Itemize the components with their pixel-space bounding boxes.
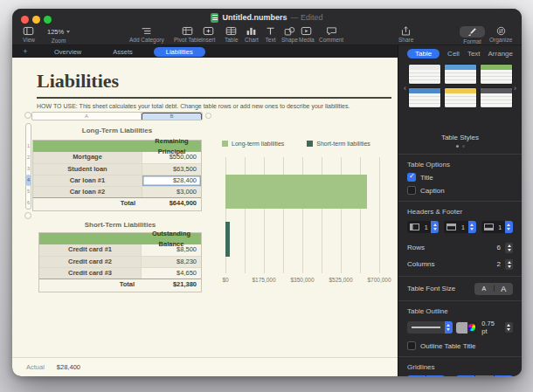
table-style-thumbnail[interactable] bbox=[445, 65, 476, 84]
row-number[interactable]: 6 bbox=[26, 197, 31, 209]
sheet-tab-liabilities[interactable]: Liabilities bbox=[154, 47, 205, 57]
row-number[interactable]: 1 bbox=[26, 141, 31, 152]
short-term-bar[interactable] bbox=[225, 222, 230, 257]
title-checkbox[interactable] bbox=[407, 173, 416, 182]
pivot-table-icon bbox=[182, 26, 193, 36]
tab-cell[interactable]: Cell bbox=[447, 50, 460, 58]
table-style-thumbnail[interactable] bbox=[481, 65, 512, 84]
table-style-thumbnail[interactable] bbox=[409, 88, 440, 107]
table-header-row[interactable]: Outstanding Balance bbox=[39, 233, 201, 244]
row-number-selected[interactable]: 4 bbox=[26, 175, 31, 186]
view-button[interactable]: View bbox=[23, 26, 35, 43]
row-header-bar[interactable]: 1 2 3 4 5 6 bbox=[25, 123, 31, 210]
tab-text[interactable]: Text bbox=[467, 50, 481, 58]
comment-button[interactable]: Comment bbox=[319, 26, 343, 43]
organize-button[interactable]: Organize bbox=[489, 26, 512, 43]
column-header-a[interactable]: A bbox=[32, 113, 142, 120]
header-row-icon bbox=[446, 224, 456, 230]
outline-table-title-checkbox[interactable] bbox=[407, 341, 416, 350]
table-style-thumbnail[interactable] bbox=[481, 88, 512, 107]
font-size-segmented-control[interactable]: A A bbox=[474, 283, 513, 295]
add-sheet-button[interactable]: + bbox=[12, 47, 38, 56]
header-column-gridlines-button[interactable] bbox=[475, 375, 494, 376]
sheet-tab-bar: + Overview Assets Liabilities bbox=[12, 45, 398, 58]
header-rows-stepper[interactable]: 1 bbox=[444, 221, 475, 233]
format-button[interactable]: Format bbox=[460, 26, 485, 45]
media-button[interactable]: Media bbox=[299, 26, 315, 43]
table-row[interactable]: Credit card #1 $8,500 bbox=[39, 244, 201, 256]
add-row-handle[interactable] bbox=[24, 212, 31, 219]
caption-checkbox-row[interactable]: Caption bbox=[407, 186, 513, 195]
outline-line-style-popup[interactable] bbox=[407, 321, 453, 334]
text-button[interactable]: Text bbox=[265, 26, 276, 43]
table-font-size-row: Table Font Size A A bbox=[407, 283, 513, 294]
table-row[interactable]: Credit card #2 $8,230 bbox=[39, 256, 201, 267]
table-handle[interactable] bbox=[24, 112, 31, 119]
tab-arrange[interactable]: Arrange bbox=[488, 50, 513, 58]
legend-swatch-short-term bbox=[307, 141, 313, 147]
table-row[interactable]: Mortgage $550,000 bbox=[33, 152, 201, 163]
insert-button[interactable]: Insert bbox=[201, 26, 215, 43]
sheet-tab-assets[interactable]: Assets bbox=[102, 48, 143, 56]
table-row[interactable]: Credit card #3 $4,650 bbox=[39, 267, 201, 279]
column-header-bar[interactable]: A B bbox=[31, 112, 203, 120]
line-style-stepper[interactable] bbox=[445, 321, 453, 334]
styles-next-arrow[interactable]: › bbox=[514, 84, 516, 93]
sheet-canvas[interactable]: Liabilities HOW TO USE: This sheet calcu… bbox=[12, 58, 398, 357]
add-column-handle[interactable] bbox=[205, 113, 211, 119]
legend-swatch-long-term bbox=[222, 141, 228, 147]
row-number[interactable]: 5 bbox=[26, 186, 31, 197]
rows-stepper[interactable] bbox=[505, 243, 513, 253]
table-button[interactable]: Table bbox=[225, 26, 239, 43]
table-total-row[interactable]: Total $644,900 bbox=[33, 197, 201, 210]
row-number[interactable]: 2 bbox=[26, 152, 31, 163]
insert-icon bbox=[203, 26, 214, 36]
title-checkbox-row[interactable]: Title bbox=[407, 173, 513, 182]
selected-cell[interactable]: $28,400 bbox=[142, 175, 201, 186]
sheet-tab-overview[interactable]: Overview bbox=[44, 48, 92, 56]
column-header-b[interactable]: B bbox=[142, 113, 202, 120]
long-term-bar[interactable] bbox=[225, 175, 367, 209]
columns-stepper[interactable] bbox=[505, 259, 513, 270]
table-row[interactable]: Student loan $63,500 bbox=[33, 163, 201, 175]
color-wheel-icon[interactable] bbox=[467, 322, 477, 334]
outline-table-title-row[interactable]: Outline Table Title bbox=[407, 341, 513, 350]
long-term-liabilities-table[interactable]: Long-Term Liabilities Remaining Principa… bbox=[32, 122, 202, 211]
styles-pager-dots[interactable] bbox=[407, 145, 513, 148]
decrease-font-button[interactable]: A bbox=[474, 285, 495, 292]
inspector-tabs: Table Cell Text Arrange bbox=[407, 46, 513, 60]
increase-font-button[interactable]: A bbox=[495, 285, 514, 293]
footer-row-gridlines-button[interactable] bbox=[495, 375, 513, 376]
table-row[interactable]: Car loan #2 $3,000 bbox=[33, 186, 201, 197]
tab-table[interactable]: Table bbox=[407, 49, 440, 58]
table-total-row[interactable]: Total $21,380 bbox=[39, 279, 201, 292]
outline-width-value: 0.75 pt bbox=[481, 320, 502, 335]
outline-color-well[interactable] bbox=[456, 322, 477, 334]
table-style-thumbnail[interactable] bbox=[445, 88, 476, 107]
zoom-control[interactable]: 125% Zoom bbox=[47, 26, 70, 44]
chart-plot-area[interactable] bbox=[225, 157, 379, 273]
footer-rows-stepper[interactable]: 1 bbox=[481, 221, 513, 233]
add-category-icon bbox=[141, 26, 152, 36]
headers-footer-heading: Headers & Footer bbox=[407, 208, 513, 216]
table-icon bbox=[225, 26, 237, 36]
outline-width-stepper[interactable] bbox=[505, 322, 513, 333]
table-style-thumbnail[interactable] bbox=[409, 65, 440, 84]
text-icon bbox=[265, 26, 276, 36]
chart-button[interactable]: Chart bbox=[245, 26, 259, 43]
vertical-gridlines-button[interactable] bbox=[426, 375, 445, 376]
row-number[interactable]: 3 bbox=[26, 163, 31, 175]
header-row-gridlines-button[interactable] bbox=[456, 375, 474, 376]
table-row-selected[interactable]: Car loan #1 $28,400 bbox=[33, 175, 201, 186]
header-columns-stepper[interactable]: 1 bbox=[407, 221, 439, 233]
how-to-use-text: HOW TO USE: This sheet calculates your t… bbox=[37, 103, 350, 109]
styles-prev-arrow[interactable]: ‹ bbox=[404, 84, 406, 93]
shape-button[interactable]: Shape bbox=[281, 26, 298, 43]
add-category-button[interactable]: Add Category bbox=[129, 26, 164, 43]
caption-checkbox[interactable] bbox=[407, 186, 416, 195]
horizontal-gridlines-button[interactable] bbox=[407, 375, 426, 376]
pivot-table-button[interactable]: Pivot Table bbox=[174, 26, 202, 43]
table-header-row[interactable]: Remaining Principal bbox=[33, 141, 201, 152]
share-button[interactable]: Share bbox=[398, 26, 413, 43]
short-term-liabilities-table[interactable]: Short-Term Liabilities Outstanding Balan… bbox=[38, 218, 202, 292]
